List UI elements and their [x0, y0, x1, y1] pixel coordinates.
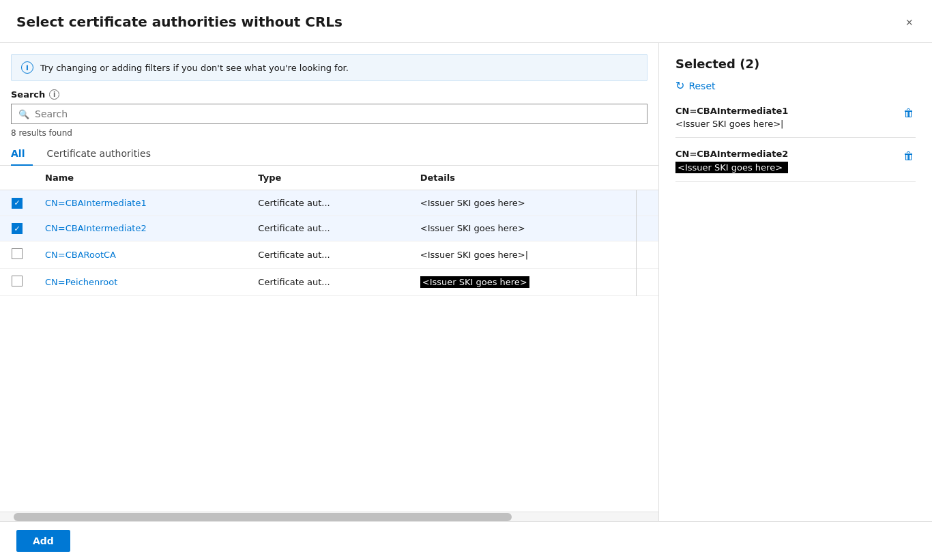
row-type: Certificate aut...	[247, 269, 409, 296]
search-input[interactable]	[35, 108, 640, 119]
table-row: CN=CBAIntermediate1Certificate aut...<Is…	[0, 190, 658, 216]
reset-label: Reset	[688, 80, 715, 91]
selected-item: CN=CBAIntermediate2<Issuer SKI goes here…	[675, 149, 916, 182]
delete-selected-button[interactable]: 🗑	[902, 106, 916, 121]
selected-item-info: CN=CBAIntermediate1<Issuer SKI goes here…	[675, 106, 788, 129]
row-extra	[637, 269, 659, 296]
selected-item-info: CN=CBAIntermediate2<Issuer SKI goes here…	[675, 149, 788, 173]
row-type: Certificate aut...	[247, 216, 409, 241]
delete-selected-button[interactable]: 🗑	[902, 149, 916, 164]
tabs: All Certificate authorities	[0, 142, 658, 166]
row-name[interactable]: CN=CBARootCA	[34, 241, 247, 269]
selected-items-list: CN=CBAIntermediate1<Issuer SKI goes here…	[675, 106, 916, 182]
dialog-title: Select certificate authorities without C…	[16, 14, 343, 30]
search-icon: 🔍	[18, 109, 29, 119]
row-extra	[637, 190, 659, 216]
data-table: Name Type Details CN=CBAIntermediate1Cer…	[0, 166, 658, 296]
table-header-row: Name Type Details	[0, 166, 658, 190]
col-extra	[637, 166, 659, 190]
search-label: Search i	[11, 89, 647, 100]
row-details: <Issuer SKI goes here>	[409, 190, 637, 216]
search-section: Search i 🔍	[0, 81, 658, 124]
search-box: 🔍	[11, 104, 647, 124]
row-checkbox[interactable]	[12, 276, 23, 286]
right-panel: Selected (2) ↺ Reset CN=CBAIntermediate1…	[659, 43, 932, 521]
results-count: 8 results found	[0, 124, 658, 142]
selected-title: Selected (2)	[675, 57, 916, 71]
tab-all[interactable]: All	[11, 143, 33, 166]
row-name[interactable]: CN=CBAIntermediate2	[34, 216, 247, 241]
row-type: Certificate aut...	[247, 241, 409, 269]
row-checkbox[interactable]	[12, 248, 23, 259]
row-checkbox-cell	[0, 269, 34, 296]
scrollbar-thumb[interactable]	[14, 513, 512, 521]
row-extra	[637, 216, 659, 241]
add-button[interactable]: Add	[16, 530, 70, 552]
row-checkbox-cell	[0, 241, 34, 269]
row-details: <Issuer SKI goes here>|	[409, 241, 637, 269]
reset-button[interactable]: ↺ Reset	[675, 79, 916, 92]
table-row: CN=CBARootCACertificate aut...<Issuer SK…	[0, 241, 658, 269]
info-banner-text: Try changing or adding filters if you do…	[40, 63, 349, 73]
dialog-header: Select certificate authorities without C…	[0, 0, 932, 43]
trash-icon: 🗑	[903, 107, 914, 119]
row-extra	[637, 241, 659, 269]
selected-item: CN=CBAIntermediate1<Issuer SKI goes here…	[675, 106, 916, 138]
row-checkbox[interactable]	[12, 223, 23, 234]
row-type: Certificate aut...	[247, 190, 409, 216]
selected-item-detail: <Issuer SKI goes here>	[675, 162, 788, 173]
table-row: CN=CBAIntermediate2Certificate aut...<Is…	[0, 216, 658, 241]
info-banner: i Try changing or adding filters if you …	[11, 54, 647, 81]
row-name[interactable]: CN=CBAIntermediate1	[34, 190, 247, 216]
info-icon: i	[21, 61, 33, 74]
row-checkbox-cell	[0, 190, 34, 216]
dialog: Select certificate authorities without C…	[0, 0, 932, 560]
search-info-icon: i	[49, 89, 59, 100]
table-container: Name Type Details CN=CBAIntermediate1Cer…	[0, 166, 658, 512]
col-checkbox	[0, 166, 34, 190]
selected-item-name: CN=CBAIntermediate1	[675, 106, 788, 116]
selected-item-name: CN=CBAIntermediate2	[675, 149, 788, 159]
left-panel: i Try changing or adding filters if you …	[0, 43, 659, 521]
row-name[interactable]: CN=Peichenroot	[34, 269, 247, 296]
col-name: Name	[34, 166, 247, 190]
dialog-footer: Add	[0, 521, 932, 560]
col-type: Type	[247, 166, 409, 190]
dialog-body: i Try changing or adding filters if you …	[0, 43, 932, 521]
row-details: <Issuer SKI goes here>	[409, 269, 637, 296]
reset-icon: ↺	[675, 79, 684, 92]
row-checkbox[interactable]	[12, 198, 23, 209]
table-row: CN=PeichenrootCertificate aut...<Issuer …	[0, 269, 658, 296]
selected-item-detail: <Issuer SKI goes here>|	[675, 119, 788, 129]
col-details: Details	[409, 166, 637, 190]
row-details: <Issuer SKI goes here>	[409, 216, 637, 241]
tab-certificate-authorities[interactable]: Certificate authorities	[46, 143, 158, 166]
row-checkbox-cell	[0, 216, 34, 241]
close-button[interactable]: ×	[903, 14, 916, 31]
trash-icon: 🗑	[903, 150, 914, 162]
horizontal-scrollbar[interactable]	[0, 512, 658, 521]
